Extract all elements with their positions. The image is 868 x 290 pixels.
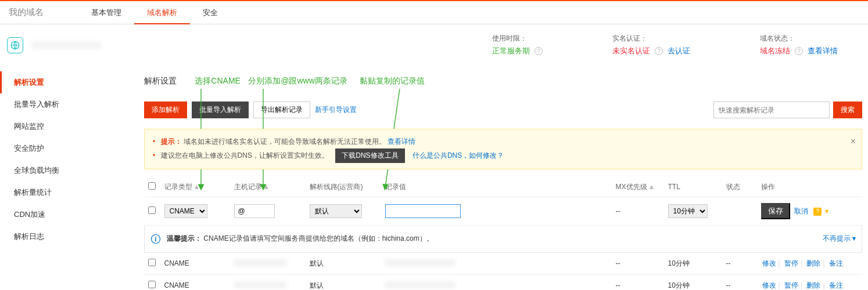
metric-realname: 实名认证： 未实名认证 ? 去认证 xyxy=(612,34,690,56)
search-button[interactable]: 搜索 xyxy=(833,102,862,118)
cancel-link[interactable]: 取消 xyxy=(794,207,808,215)
sidebar-item-batch-import[interactable]: 批量导入解析 xyxy=(0,93,116,115)
sidebar-item-stats[interactable]: 解析量统计 xyxy=(0,182,116,204)
sidebar: 解析设置 批量导入解析 网站监控 安全防护 全球负载均衡 解析量统计 CDN加速… xyxy=(0,66,116,248)
sidebar-item-monitor[interactable]: 网站监控 xyxy=(0,115,116,137)
blurred-value xyxy=(385,259,455,266)
blurred-host xyxy=(234,281,286,288)
domain-name-blurred xyxy=(31,41,101,49)
summary-bar: 使用时限： 正常服务期 ? 实名认证： 未实名认证 ? 去认证 域名状态： 域名… xyxy=(0,24,868,66)
question-icon[interactable]: ? xyxy=(655,47,663,55)
sidebar-item-gslb[interactable]: 全球负载均衡 xyxy=(0,160,116,182)
delete-link[interactable]: 删除 xyxy=(806,281,820,289)
row-checkbox[interactable] xyxy=(148,206,156,214)
sidebar-item-cdn[interactable]: CDN加速 xyxy=(0,204,116,226)
help-icon[interactable]: ? xyxy=(813,208,822,216)
no-more-hint-link[interactable]: 不再提示 ▾ xyxy=(823,234,856,244)
what-is-dns-link[interactable]: 什么是公共DNS，如何修改？ xyxy=(413,151,504,160)
pause-link[interactable]: 暂停 xyxy=(784,259,798,267)
tip-row: 温馨提示： CNAME记录值请填写空间服务商提供给您的域名（例如：hichina… xyxy=(145,225,862,252)
edit-link[interactable]: 修改 xyxy=(762,281,776,289)
metric-usage: 使用时限： 正常服务期 ? xyxy=(492,34,543,56)
top-tabs: 我的域名 基本管理 域名解析 安全 xyxy=(0,1,868,24)
view-detail-link[interactable]: 查看详情 xyxy=(808,46,838,56)
sort-icon[interactable]: ▲ xyxy=(648,183,655,191)
delete-link[interactable]: 删除 xyxy=(806,259,820,267)
question-icon[interactable]: ? xyxy=(535,47,543,55)
see-detail-link[interactable]: 查看详情 xyxy=(388,137,415,146)
tab-dns[interactable]: 域名解析 xyxy=(134,1,190,24)
value-input[interactable] xyxy=(385,204,461,218)
remark-link[interactable]: 备注 xyxy=(829,281,843,289)
table-row: CNAME 默认 -- 10分钟 -- 修改| 暂停| 删除| 备注 xyxy=(145,252,862,274)
row-checkbox[interactable] xyxy=(148,259,156,266)
info-icon xyxy=(150,234,161,244)
sidebar-item-protect[interactable]: 安全防护 xyxy=(0,137,116,160)
tab-basic[interactable]: 基本管理 xyxy=(78,1,134,24)
edit-link[interactable]: 修改 xyxy=(762,259,776,267)
notice-box: × • 提示： 域名如未进行域名实名认证，可能会导致域名解析无法正常使用。 查看… xyxy=(144,129,862,169)
table-row: CNAME 默认 -- 10分钟 -- 修改| 暂停| 删除| 备注 xyxy=(145,274,862,290)
line-select[interactable]: 默认 xyxy=(310,204,362,218)
add-record-button[interactable]: 添加解析 xyxy=(144,102,187,118)
action-bar: 添加解析 批量导入解析 导出解析记录 新手引导设置 搜索 xyxy=(144,102,862,118)
close-icon[interactable]: × xyxy=(851,133,856,150)
tab-security[interactable]: 安全 xyxy=(190,1,231,24)
row-checkbox[interactable] xyxy=(148,281,156,288)
download-dns-button[interactable]: 下载DNS修改工具 xyxy=(335,148,404,163)
select-all-checkbox[interactable] xyxy=(148,182,156,190)
question-icon[interactable]: ? xyxy=(795,47,803,55)
blurred-value xyxy=(385,281,455,288)
annotation-at-www: 分别添加@跟www两条记录 xyxy=(248,76,347,86)
annotation-cname: 选择CNAME xyxy=(195,76,241,86)
guide-link[interactable]: 新手引导设置 xyxy=(315,105,357,115)
globe-icon xyxy=(7,37,23,53)
search-input[interactable] xyxy=(713,102,830,118)
blurred-host xyxy=(234,259,286,266)
edit-row: CNAME 默认 -- 10分钟 保存 取消 ? ▾ xyxy=(145,197,862,225)
save-button[interactable]: 保存 xyxy=(761,203,790,219)
host-input[interactable] xyxy=(234,204,275,218)
brand: 我的域名 xyxy=(6,7,44,18)
type-select[interactable]: CNAME xyxy=(164,204,207,218)
do-realname-link[interactable]: 去认证 xyxy=(668,46,690,56)
ttl-select[interactable]: 10分钟 xyxy=(668,204,708,218)
sidebar-item-log[interactable]: 解析日志 xyxy=(0,226,116,248)
remark-link[interactable]: 备注 xyxy=(829,259,843,267)
page-title: 解析设置 xyxy=(144,76,177,86)
metric-status: 域名状态： 域名冻结 ? 查看详情 xyxy=(760,34,838,56)
records-table: 记录类型▲ 主机记录▲ 解析线路(运营商) 记录值 MX优先级▲ TTL 状态 … xyxy=(144,177,862,290)
sidebar-item-dns-settings[interactable]: 解析设置 xyxy=(0,71,116,93)
pause-link[interactable]: 暂停 xyxy=(784,281,798,289)
annotation-paste: 黏贴复制的记录值 xyxy=(360,76,425,86)
